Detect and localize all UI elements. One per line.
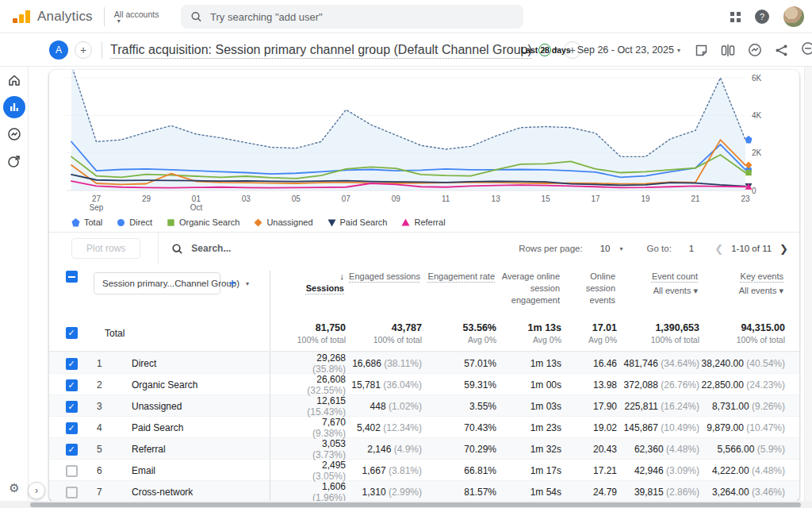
legend-item-organic-search[interactable]: Organic Search: [167, 217, 239, 227]
column-label: Engaged sessions: [349, 271, 420, 281]
metric-value: 57.01%: [464, 358, 496, 369]
metric-value: 1m 23s: [530, 422, 561, 433]
column-label: Online session events: [586, 271, 615, 305]
diamond-marker-icon: [254, 218, 262, 227]
metric-value: 26,608: [270, 374, 346, 385]
date-range-picker[interactable]: Sep 26 - Oct 23, 2025: [577, 44, 674, 56]
metric-cell: 481,746 (34.64%): [617, 358, 699, 369]
metric-cell: 2,495 (3.05%): [270, 460, 346, 482]
row-checkbox[interactable]: ✓: [66, 444, 78, 456]
column-header-sessions[interactable]: ↓ Sessions: [270, 271, 346, 315]
column-header-engagement-rate[interactable]: Engagement rate: [422, 271, 496, 283]
explore-icon: [7, 127, 21, 141]
dimension-dropdown[interactable]: Session primary...Channel Group) ▾: [94, 272, 220, 294]
metric-cell: 12,615 (15.43%): [270, 395, 346, 418]
column-header-engaged-sessions[interactable]: Engaged sessions: [346, 271, 422, 283]
prev-page-icon[interactable]: ❮: [714, 243, 723, 255]
metric-cell: 225,811 (16.24%): [617, 401, 699, 412]
legend-item-direct[interactable]: Direct: [117, 217, 152, 227]
total-cell: 94,315.00100% of total: [699, 322, 785, 344]
clipped-action-icon[interactable]: [801, 41, 812, 59]
row-checkbox[interactable]: ✓: [66, 379, 78, 391]
table-search-input[interactable]: [191, 243, 350, 254]
channel-name[interactable]: Unassigned: [121, 401, 270, 412]
divider: [104, 7, 105, 26]
metric-value: 1m 17s: [530, 465, 561, 476]
total-checkbox[interactable]: ✓: [66, 327, 78, 339]
metric-value: 16,686: [352, 358, 381, 369]
notes-icon[interactable]: [695, 44, 708, 57]
vertical-scrollbar-track[interactable]: [804, 67, 812, 502]
legend-item-paid-search[interactable]: Paid Search: [327, 217, 388, 227]
channel-name[interactable]: Direct: [121, 358, 270, 369]
next-page-icon[interactable]: ❯: [779, 243, 788, 255]
property-badge[interactable]: A: [49, 40, 68, 60]
horizontal-scrollbar-thumb[interactable]: [30, 502, 801, 507]
column-filter-dropdown[interactable]: All events ▾: [699, 285, 783, 297]
metric-percent: (16.24%): [658, 401, 699, 412]
nav-home[interactable]: [0, 67, 29, 94]
insights-icon[interactable]: [748, 43, 762, 57]
nav-explore[interactable]: [0, 121, 29, 148]
global-search[interactable]: [181, 5, 523, 29]
avatar[interactable]: [783, 6, 804, 27]
row-checkbox[interactable]: ✓: [66, 422, 78, 434]
divider: [102, 41, 102, 59]
row-checkbox[interactable]: ✓: [66, 401, 78, 413]
apps-grid-icon[interactable]: [730, 12, 741, 22]
rows-per-page-value[interactable]: 10: [600, 244, 611, 253]
legend-item-total[interactable]: Total: [71, 217, 102, 227]
metric-value: 42,946: [634, 465, 664, 476]
help-icon[interactable]: ?: [755, 10, 769, 24]
legend-item-unassigned[interactable]: Unassigned: [254, 217, 312, 227]
plot-rows-button[interactable]: Plot rows: [71, 238, 140, 259]
channel-name[interactable]: Paid Search: [121, 422, 270, 433]
global-search-input[interactable]: [210, 11, 514, 23]
comparison-icon[interactable]: [721, 44, 735, 57]
admin-gear-icon[interactable]: ⚙: [0, 481, 29, 495]
column-filter-dropdown[interactable]: All events ▾: [617, 285, 698, 297]
add-dimension-button[interactable]: +: [228, 275, 236, 291]
channel-name[interactable]: Organic Search: [121, 379, 270, 391]
table-search[interactable]: [171, 243, 350, 255]
row-checkbox[interactable]: [66, 465, 78, 477]
row-checkbox[interactable]: ✓: [66, 358, 78, 370]
svg-text:17: 17: [592, 194, 601, 203]
nav-reports[interactable]: [0, 94, 29, 121]
svg-text:Sep: Sep: [90, 203, 104, 212]
column-header-online-session-events[interactable]: Online session events: [561, 271, 617, 306]
share-icon[interactable]: [775, 44, 788, 57]
row-number: 6: [94, 465, 121, 476]
go-to-value[interactable]: 1: [689, 244, 694, 253]
total-value: 43,787: [346, 322, 422, 333]
legend-item-referral[interactable]: Referral: [401, 217, 445, 227]
total-cell: 1,390,653100% of total: [617, 322, 699, 344]
column-header-key-events[interactable]: Key eventsAll events ▾: [699, 271, 785, 297]
rows-per-page-label: Rows per page:: [519, 244, 583, 253]
report-title[interactable]: Traffic acquisition: Session primary cha…: [110, 43, 532, 57]
metric-cell: 15,781 (36.04%): [346, 379, 422, 391]
channel-name[interactable]: Email: [121, 465, 270, 476]
column-header-average-online-session-engagement[interactable]: Average online session engagement: [496, 271, 561, 306]
metric-percent: (38.11%): [381, 358, 422, 369]
expand-nav-button[interactable]: ›: [28, 482, 45, 499]
column-header-event-count[interactable]: Event countAll events ▾: [617, 271, 699, 297]
nav-advertising[interactable]: [0, 148, 29, 175]
add-comparison-button[interactable]: +: [75, 41, 92, 59]
svg-text:Oct: Oct: [190, 203, 203, 212]
select-all-checkbox[interactable]: [66, 271, 78, 283]
legend-label: Organic Search: [179, 217, 239, 227]
metric-cell: 38,240.00 (40.54%): [699, 358, 785, 369]
svg-text:07: 07: [342, 194, 351, 203]
account-switcher[interactable]: All accounts ▾: [114, 10, 159, 24]
metric-value: 1m 13s: [530, 358, 561, 369]
chevron-down-icon[interactable]: ▾: [677, 47, 680, 54]
metric-value: 9,879.00: [707, 422, 744, 433]
row-number: 7: [94, 487, 121, 498]
row-checkbox[interactable]: [66, 487, 78, 498]
total-subvalue: 100% of total: [270, 335, 346, 344]
metric-percent: (3.73%): [270, 449, 346, 460]
chevron-down-icon[interactable]: ▾: [620, 245, 623, 252]
channel-name[interactable]: Referral: [121, 444, 270, 455]
channel-name[interactable]: Cross-network: [121, 487, 270, 498]
